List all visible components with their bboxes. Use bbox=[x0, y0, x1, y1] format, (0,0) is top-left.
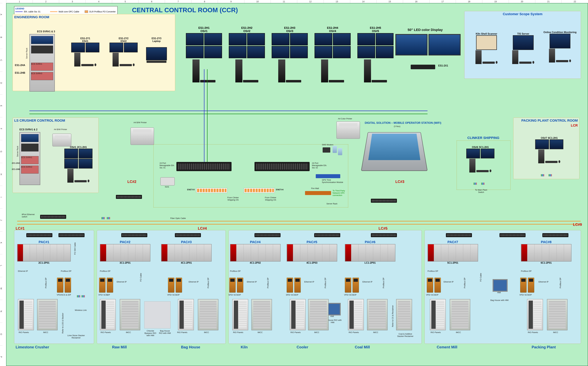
eth-switch-02 bbox=[254, 162, 310, 171]
ruler-left: ABCDEFGHIJKLMNOP bbox=[0, 3, 6, 366]
lc5-sfd-lbl2: SFD/ SCS bbox=[286, 294, 295, 296]
lc5-rio-lbl2: RIO Panels bbox=[290, 331, 301, 334]
lc5-vfd4 bbox=[294, 278, 301, 293]
pac2: PAC#2 3C1-2P01 bbox=[100, 240, 150, 264]
lc5-vfd-lbl5: VFD/ SCS bbox=[344, 294, 353, 296]
lc4-pdp: Profibus DP bbox=[100, 270, 110, 272]
lc4-rio-hmi-panel bbox=[144, 301, 171, 328]
es1-workstation: ES1-2Y1 ES#1 bbox=[68, 37, 103, 67]
digital-qty: (3 Nos) bbox=[394, 125, 400, 128]
digital-title: DIGITAL SOLUTION – MOBILE OPERATOR STATI… bbox=[365, 121, 441, 125]
lc9-rio-lbl1: RIO Panels bbox=[431, 331, 441, 334]
pac4: PAC#4 4C1-2P02 bbox=[230, 240, 281, 264]
lc4-eip1: Ethernet IP bbox=[117, 281, 127, 283]
lc5-pdp2: Profibus DP bbox=[267, 278, 269, 288]
lc3-switch bbox=[371, 199, 397, 203]
lc5-eip3: Ethernet IP bbox=[362, 281, 372, 283]
es2-workstation: ES1-2Y2 ES#2 bbox=[106, 37, 141, 67]
fo-cable-label: Fiber Optic Cable bbox=[170, 217, 186, 219]
lc9-rio2 bbox=[527, 299, 543, 330]
bw-printer-label: A4 B/W Printer bbox=[134, 121, 147, 124]
sms-phone-2 bbox=[338, 148, 342, 155]
lc5-hmi-lbl: HMI bbox=[330, 315, 334, 317]
ocm-station: Online Condition Monitoring bbox=[542, 31, 578, 62]
lc5-vfd2 bbox=[237, 278, 243, 293]
lc5-pdp4: Profibus DP bbox=[382, 278, 385, 288]
area-rawmill: Raw Mill bbox=[112, 345, 127, 349]
mobile-operator-tablet bbox=[361, 132, 428, 171]
ls-eth-switch-label: 8Port Ethernet switch bbox=[22, 213, 39, 218]
lc9-hmi-lbl: HMI bbox=[497, 291, 501, 294]
enet4-label: ENET#4 bbox=[276, 188, 283, 191]
lc1-fo: FO SW Cable bbox=[74, 242, 76, 255]
lc5-eip-lbl1: EIP bbox=[238, 294, 241, 296]
enet3-label: ENET#3 bbox=[187, 188, 195, 191]
lc5-rio-lbl1: RIO Panels bbox=[233, 331, 243, 334]
ls-printer-label: A4 B/W Printer bbox=[54, 128, 69, 130]
led-display-label: 50" LED color Display bbox=[408, 28, 443, 32]
rack-unit-2: ECS SVR#3 bbox=[31, 72, 53, 80]
lc5-vfd1 bbox=[229, 278, 236, 293]
eng-server-label: ECS SVR#1 & 3 bbox=[37, 30, 55, 33]
rack-unit-1: ECS SVR#1 bbox=[31, 63, 53, 71]
ls-rack-side: Server Rack bbox=[16, 146, 19, 157]
lc9-mcc-lbl1: IMCC bbox=[456, 331, 461, 334]
ls-server-rack: ECS SVR#1 ECS SVR#2 bbox=[19, 132, 40, 185]
lc4-sw2 bbox=[175, 233, 201, 237]
ls-server-label: ECS SVR#1 & 2 bbox=[19, 128, 37, 131]
lc4-mcc-lbl2: IMCC bbox=[204, 331, 209, 334]
lc9-bag-lbl: Bag House with HMI bbox=[490, 299, 509, 301]
lc5-mcc-lbl2: IMCC bbox=[314, 331, 319, 334]
eng-server-rack: ECS SVR#1 ECS SVR#3 bbox=[30, 34, 55, 92]
lc9-mcc1 bbox=[450, 299, 470, 330]
lc1-vfd1 bbox=[57, 278, 63, 293]
lc5-vfd3 bbox=[287, 278, 293, 293]
os-station-5: ES1-2H5OS#5 bbox=[356, 26, 395, 83]
lc1-mc1 bbox=[77, 295, 80, 297]
rack-tag2: ES1-2HB bbox=[15, 72, 25, 74]
ls-rack-tag1: 2C1-2HA bbox=[12, 162, 20, 164]
gps-label: GPS Time Synchronisation Module bbox=[322, 179, 343, 183]
lc4-mcc2 bbox=[198, 299, 218, 330]
lc4-bh: Bag House RIO with HMI bbox=[158, 330, 172, 334]
lc1-refer: Refer to LSS & Stacker bbox=[61, 313, 64, 333]
os-station-2: ES1-2H2OS#2 bbox=[227, 26, 267, 83]
pac3: PAC#3 4C1-2P01 bbox=[161, 240, 212, 264]
lc4-mcc-lbl1: IMCC bbox=[126, 331, 131, 334]
sms-label: SMS Modem bbox=[322, 144, 333, 146]
lc1-mcc-label: IMCC bbox=[43, 331, 48, 334]
lc4-eip-lbl2: EIP bbox=[176, 294, 180, 296]
area-limestone: Limestone Crusher bbox=[16, 345, 49, 349]
pac8: PAC#8 6C1-2P01 bbox=[521, 240, 572, 264]
gps-module bbox=[316, 174, 340, 178]
lc5-rio3 bbox=[348, 299, 364, 330]
from-clinker-2: From Clinker Shipping OS bbox=[262, 196, 279, 201]
lc5-sw2 bbox=[314, 233, 340, 237]
rack-tag1: ES1-2HA bbox=[15, 64, 25, 67]
lc4-mcc1 bbox=[120, 299, 140, 330]
packing-title: PACKING PLANT CONTROL ROOM bbox=[514, 118, 579, 123]
lc9-pdp4: Profibus DP bbox=[559, 278, 561, 288]
customer-title: Customer Scope System bbox=[464, 11, 581, 17]
lc5-mcc-lbl3: IMCC bbox=[373, 331, 378, 334]
clinker-title: CLINKER SHIPPING bbox=[467, 136, 499, 140]
lc5-eip-lbl3: EIP bbox=[353, 294, 357, 296]
tis-server: TIS Server bbox=[507, 32, 539, 64]
ls-printer bbox=[52, 134, 71, 146]
lc1-vfd-label: VFD/SCS & EIP bbox=[55, 294, 72, 296]
firewall-label: Fire Wall bbox=[311, 187, 319, 190]
lc5-eip-lbl2: EIP bbox=[295, 294, 298, 296]
lc4-chl: Chloride Byepass RIO with HMI bbox=[143, 330, 157, 336]
lc1-wifi: Wireless Link bbox=[74, 309, 88, 311]
lc3-label: LC#3 bbox=[395, 180, 404, 184]
lc1-rio-label: RIO Panels bbox=[19, 331, 29, 334]
lc5-coal bbox=[396, 299, 412, 330]
pack-media-conv-1 bbox=[541, 174, 544, 176]
enet3-patch bbox=[196, 188, 227, 193]
area-packing: Packing Plant bbox=[532, 345, 556, 349]
lc5-sw3 bbox=[371, 233, 397, 237]
lc2-switch bbox=[116, 195, 142, 199]
lc9-vfd-lbl1: VFD/ SCS bbox=[426, 294, 435, 296]
lc9-eip-lbl2: EIP bbox=[528, 294, 532, 296]
lc1-rio bbox=[18, 299, 34, 330]
